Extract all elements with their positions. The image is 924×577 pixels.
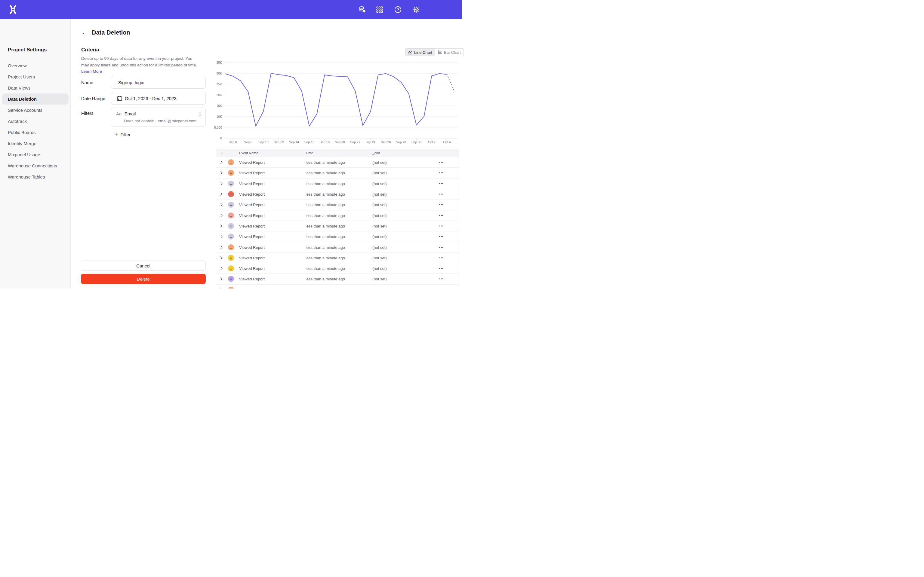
expand-chevron-icon[interactable] xyxy=(220,203,223,206)
end-cell: (not set) xyxy=(372,203,387,207)
table-row[interactable]: Viewed Report less than a minute ago (no… xyxy=(216,242,459,253)
event-name-cell: Viewed Report xyxy=(239,203,265,207)
end-cell: (not set) xyxy=(372,160,387,165)
table-row[interactable]: Viewed Report less than a minute ago (no… xyxy=(216,189,459,200)
row-actions-icon[interactable] xyxy=(439,203,444,207)
cancel-button[interactable]: Cancel xyxy=(81,261,206,271)
table-row[interactable]: Viewed Report less than a minute ago (no… xyxy=(216,231,459,242)
expand-chevron-icon[interactable] xyxy=(220,224,223,227)
table-row[interactable]: Viewed Report less than a minute ago (no… xyxy=(216,253,459,263)
svg-text:Sep 16: Sep 16 xyxy=(304,140,314,144)
name-input[interactable] xyxy=(111,76,206,89)
expand-chevron-icon[interactable] xyxy=(220,277,223,281)
bar-chart-toggle[interactable]: Bar Chart xyxy=(435,49,462,56)
end-cell: (not set) xyxy=(372,234,387,239)
date-range-field[interactable]: Oct 1, 2023 - Dec 1, 2023 xyxy=(111,92,206,105)
expand-chevron-icon[interactable] xyxy=(220,256,223,259)
sidebar-item[interactable]: Project Users xyxy=(0,71,71,82)
sidebar-item[interactable]: Overview xyxy=(0,60,71,71)
settings-gear-icon[interactable] xyxy=(412,6,420,13)
row-actions-icon[interactable] xyxy=(439,277,444,281)
sidebar-item[interactable]: Public Boards xyxy=(0,127,71,138)
event-name-cell: Viewed Report xyxy=(239,181,265,186)
filter-kebab-menu-icon[interactable] xyxy=(198,111,202,117)
sidebar-item[interactable]: Identity Merge xyxy=(0,138,71,149)
time-cell: less than a minute ago xyxy=(305,171,345,175)
expand-chevron-icon[interactable] xyxy=(220,235,223,238)
expand-chevron-icon[interactable] xyxy=(220,245,223,249)
page-title: Data Deletion xyxy=(92,29,130,36)
row-actions-icon[interactable] xyxy=(439,256,444,260)
data-management-icon[interactable] xyxy=(359,6,366,13)
event-name-cell: Viewed Report xyxy=(239,287,265,288)
row-actions-icon[interactable] xyxy=(439,245,444,250)
event-name-cell: Viewed Report xyxy=(239,160,265,165)
filter-card[interactable]: Aa Email Does not containemail@mixpanel.… xyxy=(111,108,206,127)
time-cell: less than a minute ago xyxy=(305,234,345,239)
event-name-cell: Viewed Report xyxy=(239,192,265,197)
table-row[interactable]: Viewed Report less than a minute ago (no… xyxy=(216,221,459,231)
sidebar-item[interactable]: Warehouse Connections xyxy=(0,160,71,171)
row-actions-icon[interactable] xyxy=(439,213,444,218)
expand-chevron-icon[interactable] xyxy=(220,193,223,196)
sidebar-item[interactable]: Data Views xyxy=(0,82,71,93)
time-cell: less than a minute ago xyxy=(305,181,345,186)
time-cell: less than a minute ago xyxy=(305,287,345,288)
filter-property-name: Email xyxy=(124,111,136,116)
expand-chevron-icon[interactable] xyxy=(220,214,223,217)
row-actions-icon[interactable] xyxy=(439,182,444,186)
end-cell: (not set) xyxy=(372,181,387,186)
table-row[interactable]: Viewed Report less than a minute ago (no… xyxy=(216,200,459,210)
bar-chart-label: Bar Chart xyxy=(444,50,461,55)
add-filter-label: Filter xyxy=(121,132,131,137)
end-cell: (not set) xyxy=(372,192,387,197)
table-row[interactable]: Viewed Report less than a minute ago (no… xyxy=(216,210,459,221)
expand-chevron-icon[interactable] xyxy=(220,161,223,164)
time-cell: less than a minute ago xyxy=(305,277,345,281)
svg-text:0: 0 xyxy=(220,137,222,140)
row-actions-icon[interactable] xyxy=(439,266,444,271)
sort-icon[interactable]: ↓↑ xyxy=(221,150,223,155)
row-actions-icon[interactable] xyxy=(439,171,444,175)
line-chart-toggle[interactable]: Line Chart xyxy=(405,49,435,56)
expand-chevron-icon[interactable] xyxy=(220,288,223,288)
name-label: Name xyxy=(81,80,93,85)
add-filter-button[interactable]: + Filter xyxy=(115,132,131,137)
sidebar-item[interactable]: Data Deletion xyxy=(2,93,69,105)
row-actions-icon[interactable] xyxy=(439,160,444,164)
mixpanel-logo[interactable] xyxy=(8,5,18,15)
row-actions-icon[interactable] xyxy=(439,234,444,239)
sidebar-item[interactable]: Warehouse Tables xyxy=(0,171,71,182)
table-row[interactable]: Viewed Report less than a minute ago (no… xyxy=(216,157,459,168)
user-avatar xyxy=(228,265,234,271)
table-row[interactable]: Viewed Report less than a minute ago (no… xyxy=(216,274,459,284)
sidebar-item[interactable]: Service Accounts xyxy=(0,105,71,116)
help-icon[interactable]: ? xyxy=(394,6,402,13)
end-cell: (not set) xyxy=(372,255,387,260)
row-actions-icon[interactable] xyxy=(439,224,444,228)
project-settings-sidebar: Project Settings OverviewProject UsersDa… xyxy=(0,19,71,288)
delete-button[interactable]: Delete xyxy=(81,274,206,284)
svg-text:Oct 2: Oct 2 xyxy=(428,140,436,144)
apps-grid-icon[interactable] xyxy=(376,6,383,13)
table-row[interactable]: Viewed Report less than a minute ago (no… xyxy=(216,168,459,178)
criteria-description: Delete up to 90 days of data for any eve… xyxy=(81,55,199,75)
table-row[interactable]: Viewed Report less than a minute ago (no… xyxy=(216,285,459,288)
table-row[interactable]: Viewed Report less than a minute ago (no… xyxy=(216,263,459,274)
event-name-cell: Viewed Report xyxy=(239,224,265,228)
end-cell: (not set) xyxy=(372,287,387,288)
expand-chevron-icon[interactable] xyxy=(220,267,223,270)
row-actions-icon[interactable] xyxy=(439,288,444,288)
sidebar-item[interactable]: Autotrack xyxy=(0,116,71,127)
row-actions-icon[interactable] xyxy=(439,192,444,196)
filter-value: email@mixpanel.com xyxy=(158,119,196,123)
svg-text:?: ? xyxy=(397,8,399,12)
sidebar-item[interactable]: Mixpanel Usage xyxy=(0,149,71,160)
expand-chevron-icon[interactable] xyxy=(220,182,223,185)
back-arrow-icon[interactable]: ← xyxy=(82,29,88,35)
user-avatar xyxy=(228,191,234,197)
learn-more-link[interactable]: Learn More xyxy=(81,69,102,74)
expand-chevron-icon[interactable] xyxy=(220,171,223,175)
event-name-cell: Viewed Report xyxy=(239,266,265,271)
table-row[interactable]: Viewed Report less than a minute ago (no… xyxy=(216,179,459,189)
